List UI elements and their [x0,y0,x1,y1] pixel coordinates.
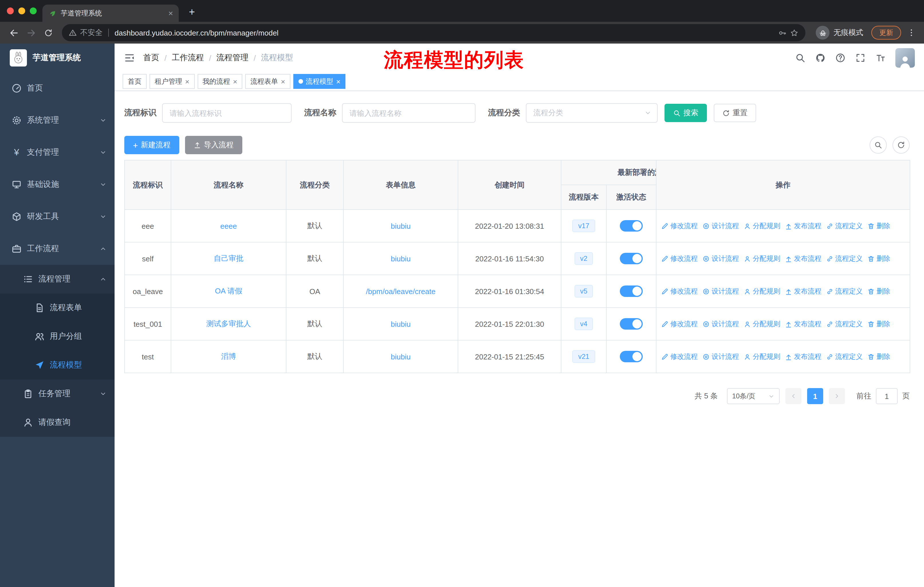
fullscreen-icon[interactable] [855,53,866,63]
breadcrumb-home[interactable]: 首页 [143,53,159,63]
sidebar-item-dev-tools[interactable]: 研发工具 [0,201,115,233]
action-publish-process[interactable]: 发布流程 [785,254,822,263]
help-icon[interactable] [835,53,845,63]
action-design-process[interactable]: 设计流程 [702,221,739,231]
search-button[interactable]: 搜索 [665,104,707,122]
create-process-button[interactable]: + 新建流程 [124,136,179,154]
action-delete[interactable]: 删除 [867,254,890,263]
sidebar-item-task-management[interactable]: 任务管理 [0,379,115,408]
browser-menu-icon[interactable] [904,26,918,40]
next-page-button[interactable] [829,388,845,404]
app-logo[interactable]: 芋道管理系统 [0,43,115,72]
url-bar[interactable]: 不安全 dashboard.yudao.iocoder.cn/bpm/manag… [62,24,805,41]
action-design-process[interactable]: 设计流程 [702,319,739,329]
action-assign-rule[interactable]: 分配规则 [744,352,780,361]
page-size-select[interactable]: 10条/页 [727,388,780,404]
action-process-definition[interactable]: 流程定义 [826,352,863,361]
tag-close-icon[interactable]: × [185,77,189,86]
active-toggle[interactable] [620,318,643,330]
reset-button[interactable]: 重置 [714,104,756,122]
version-badge[interactable]: v17 [573,220,595,232]
tag-home[interactable]: 首页 [122,74,147,89]
process-name-link[interactable]: 自己审批 [214,254,243,263]
action-process-definition[interactable]: 流程定义 [826,319,863,329]
active-toggle[interactable] [620,351,643,362]
window-zoom-button[interactable] [30,7,37,14]
tag-my-process[interactable]: 我的流程 × [197,74,242,89]
action-publish-process[interactable]: 发布流程 [785,221,822,231]
process-name-link[interactable]: 测试多审批人 [206,319,251,328]
tag-close-icon[interactable]: × [336,77,341,86]
action-process-definition[interactable]: 流程定义 [826,254,863,263]
action-publish-process[interactable]: 发布流程 [785,286,822,296]
browser-update-button[interactable]: 更新 [871,26,901,40]
action-edit-process[interactable]: 修改流程 [661,319,698,329]
action-publish-process[interactable]: 发布流程 [785,352,822,361]
user-avatar[interactable] [895,48,915,68]
process-name-link[interactable]: eeee [220,222,237,230]
action-delete[interactable]: 删除 [867,286,890,296]
window-minimize-button[interactable] [18,7,25,14]
goto-page-input[interactable] [876,388,898,404]
sidebar-item-workflow[interactable]: 工作流程 [0,233,115,265]
form-info-link[interactable]: biubiu [391,319,411,328]
action-delete[interactable]: 删除 [867,352,890,361]
sidebar-item-payment[interactable]: ¥ 支付管理 [0,136,115,169]
sidebar-item-home[interactable]: 首页 [0,72,115,104]
toggle-search-button[interactable] [870,136,887,154]
reload-icon[interactable] [40,25,56,41]
sidebar-item-system[interactable]: 系统管理 [0,104,115,136]
action-edit-process[interactable]: 修改流程 [661,254,698,263]
process-name-link[interactable]: OA 请假 [215,287,242,295]
search-icon[interactable] [795,53,805,63]
import-process-button[interactable]: 导入流程 [185,136,242,154]
tag-process-form[interactable]: 流程表单 × [245,74,290,89]
action-process-definition[interactable]: 流程定义 [826,286,863,296]
action-edit-process[interactable]: 修改流程 [661,221,698,231]
tag-close-icon[interactable]: × [281,77,285,86]
breadcrumb-workflow[interactable]: 工作流程 [172,53,204,63]
action-design-process[interactable]: 设计流程 [702,254,739,263]
version-badge[interactable]: v5 [574,285,593,298]
action-edit-process[interactable]: 修改流程 [661,352,698,361]
active-toggle[interactable] [620,286,643,297]
action-process-definition[interactable]: 流程定义 [826,221,863,231]
github-icon[interactable] [815,53,825,63]
action-assign-rule[interactable]: 分配规则 [744,221,780,231]
action-design-process[interactable]: 设计流程 [702,352,739,361]
font-size-icon[interactable] [875,53,886,63]
active-toggle[interactable] [620,253,643,264]
tab-close-icon[interactable]: × [168,8,173,18]
prev-page-button[interactable] [785,388,802,404]
action-assign-rule[interactable]: 分配规则 [744,286,780,296]
active-toggle[interactable] [620,220,643,231]
tag-process-model[interactable]: 流程模型 × [293,74,346,89]
sidebar-item-infrastructure[interactable]: 基础设施 [0,169,115,201]
window-close-button[interactable] [7,7,14,14]
sidebar-item-process-form[interactable]: 流程表单 [0,293,115,322]
refresh-table-button[interactable] [893,136,910,154]
form-info-link[interactable]: biubiu [391,222,411,230]
version-badge[interactable]: v2 [574,252,593,265]
process-name-link[interactable]: 滔博 [221,352,236,360]
version-badge[interactable]: v21 [573,350,595,363]
back-icon[interactable] [6,25,22,41]
page-number-1[interactable]: 1 [807,388,823,404]
form-info-link[interactable]: /bpm/oa/leave/create [366,287,436,296]
forward-icon[interactable] [23,25,39,41]
browser-tab[interactable]: 芋道管理系统 × [42,5,179,22]
action-design-process[interactable]: 设计流程 [702,286,739,296]
sidebar-collapse-icon[interactable] [124,52,135,64]
action-publish-process[interactable]: 发布流程 [785,319,822,329]
action-assign-rule[interactable]: 分配规则 [744,254,780,263]
action-edit-process[interactable]: 修改流程 [661,286,698,296]
action-delete[interactable]: 删除 [867,319,890,329]
version-badge[interactable]: v4 [574,317,593,330]
action-delete[interactable]: 删除 [867,221,890,231]
password-key-icon[interactable] [778,28,787,37]
sidebar-item-process-model[interactable]: 流程模型 [0,351,115,379]
tag-close-icon[interactable]: × [233,77,237,86]
sidebar-item-user-group[interactable]: 用户分组 [0,322,115,351]
breadcrumb-process-management[interactable]: 流程管理 [216,53,249,63]
form-info-link[interactable]: biubiu [391,352,411,361]
